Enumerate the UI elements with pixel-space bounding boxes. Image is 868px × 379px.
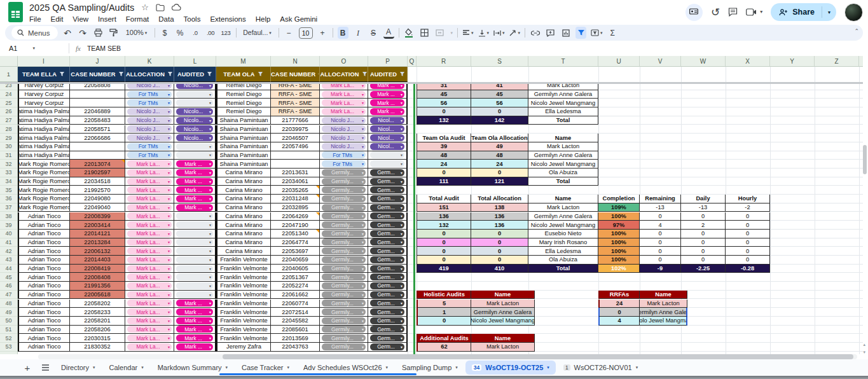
cell-allocation[interactable]: Mark La...▾	[125, 212, 174, 221]
column-header-I[interactable]: I	[18, 56, 70, 66]
functions-button[interactable]: Σ	[607, 27, 618, 39]
cell-audited[interactable]: Germ...▾	[368, 221, 408, 230]
audited-dropdown[interactable]: ▾	[176, 238, 213, 245]
allocation-dropdown[interactable]: For TMs▾	[127, 151, 172, 158]
zoom-select[interactable]: 100% ▾	[123, 27, 150, 39]
cell-case-number[interactable]: 22030315	[70, 334, 125, 343]
menu-data[interactable]: Data	[154, 14, 178, 24]
video-call-icon[interactable]: ▾	[746, 8, 762, 16]
cell-allocation[interactable]: Germily...▾	[320, 308, 368, 317]
column-header-L[interactable]: L	[174, 56, 216, 66]
allocation-dropdown[interactable]: Germily...▾	[322, 282, 366, 289]
cell-audited[interactable]: Germ...▾	[368, 203, 408, 212]
menu-extensions[interactable]: Extensions	[205, 14, 250, 24]
cell-team-ola-name[interactable]: Jeremy Zafra	[216, 343, 271, 352]
cell-allocation[interactable]: Germily...▾	[320, 238, 368, 247]
cell-team-ella-name[interactable]: Adrian Tioco	[18, 256, 70, 265]
cell-team-ella-name[interactable]: Adrian Tioco	[18, 230, 70, 238]
allocation-dropdown[interactable]: Mark La...▾	[127, 256, 172, 263]
cell-audited[interactable]: ▾	[368, 160, 408, 169]
filter-icon[interactable]	[399, 71, 405, 77]
cell-audited[interactable]: Germ...▾	[368, 300, 408, 308]
format-percent-button[interactable]: %	[175, 27, 186, 39]
row-header-44[interactable]: 44	[0, 265, 17, 273]
row-header-46[interactable]: 46	[0, 282, 17, 291]
cell-team-ella-name[interactable]: Harvey Corpuz	[18, 84, 70, 90]
audited-dropdown[interactable]: Germ...▾	[370, 326, 404, 333]
cell-audited[interactable]: Nicol...▾	[368, 116, 408, 125]
cell-allocation[interactable]: Nicolo J...▾	[320, 116, 368, 125]
cell-allocation[interactable]: Germily...▾	[320, 247, 368, 256]
cell-case-number[interactable]: RRFA - SME	[271, 90, 320, 99]
audited-dropdown[interactable]: Germ...▾	[370, 247, 404, 254]
column-header-T[interactable]: T	[528, 56, 598, 66]
cell-allocation[interactable]: Nicolo J...▾	[125, 125, 174, 134]
allocation-dropdown[interactable]: Germily...▾	[322, 256, 366, 263]
tab-caret-icon[interactable]: ▾	[386, 365, 389, 370]
cell-case-number[interactable]: 21830352	[70, 343, 125, 352]
sheet-tab-wsoct19-oct25[interactable]: 34WsOCT19-OCT25▾	[465, 361, 556, 375]
allocation-dropdown[interactable]: Mark La...▾	[127, 195, 172, 202]
filter-icon[interactable]	[167, 71, 173, 77]
cell-allocation[interactable]: Germily...▾	[320, 265, 368, 273]
allocation-dropdown[interactable]: Germily...▾	[322, 186, 366, 193]
cell-team-ella-name[interactable]: Adrian Tioco	[18, 343, 70, 352]
cell-audited[interactable]: Mark ...▾	[368, 99, 408, 107]
cell-allocation[interactable]: Mark La...▾	[125, 282, 174, 291]
audited-dropdown[interactable]: Germ...▾	[370, 221, 404, 228]
cell-case-number[interactable]: 22064774	[271, 238, 320, 247]
menu-format[interactable]: Format	[121, 14, 153, 24]
increase-font-size-button[interactable]: +	[317, 27, 328, 39]
row-header-50[interactable]: 50	[0, 317, 17, 326]
column-header-N[interactable]: N	[271, 56, 320, 66]
cell-audited[interactable]: Germ...▾	[368, 169, 408, 177]
allocation-dropdown[interactable]: Germily...▾	[322, 343, 366, 350]
audited-dropdown[interactable]: Germ...▾	[370, 195, 404, 202]
borders-button[interactable]	[419, 27, 430, 39]
cell-team-ella-name[interactable]: Mark Rogie Romero	[18, 195, 70, 203]
menu-edit[interactable]: Edit	[46, 14, 68, 24]
tab-caret-icon[interactable]: ▾	[547, 365, 549, 370]
cell-case-number[interactable]: 22040605	[271, 265, 320, 273]
cell-team-ella-name[interactable]: Fatima Hadiya Palman	[18, 134, 70, 142]
cell-team-ola-name[interactable]: Franklin Velmonte	[216, 326, 271, 334]
allocation-dropdown[interactable]: Mark La...▾	[322, 84, 366, 89]
cell-team-ella-name[interactable]: Mark Rogie Romero	[18, 203, 70, 212]
cell-audited[interactable]: Mark ...▾	[174, 169, 216, 177]
cell-audited[interactable]: Mark ...▾	[174, 317, 216, 326]
cell-allocation[interactable]: Mark La...▾	[125, 265, 174, 273]
cell-case-number[interactable]: 22014403	[70, 256, 125, 265]
audited-dropdown[interactable]: ▾	[176, 273, 213, 280]
allocation-dropdown[interactable]: For TMs▾	[127, 143, 172, 150]
cell-case-number[interactable]: 22051367	[271, 273, 320, 282]
cell-allocation[interactable]: Nicolo J...▾	[125, 134, 174, 142]
audited-dropdown[interactable]: Mark ...▾	[176, 334, 213, 341]
strikethrough-button[interactable]: S	[368, 27, 379, 39]
column-header-R[interactable]: R	[417, 56, 471, 66]
column-header-K[interactable]: K	[125, 56, 174, 66]
row-header-29[interactable]: 29	[0, 134, 17, 142]
allocation-dropdown[interactable]: Nicolo J...▾	[322, 117, 366, 124]
cell-audited[interactable]: Germ...▾	[368, 230, 408, 238]
cell-allocation[interactable]: Nicolo J...▾	[320, 125, 368, 134]
allocation-dropdown[interactable]: Nicolo J...▾	[322, 134, 366, 141]
allocation-dropdown[interactable]: Germily...▾	[322, 308, 366, 315]
cell-audited[interactable]: Mark ...▾	[174, 326, 216, 334]
cell-audited[interactable]: ▾	[174, 273, 216, 282]
allocation-dropdown[interactable]: Mark La...▾	[127, 308, 172, 315]
cell-audited[interactable]: ▾	[174, 265, 216, 273]
audited-dropdown[interactable]: Germ...▾	[370, 186, 404, 193]
cell-audited[interactable]: Nicol...▾	[368, 142, 408, 151]
cell-case-number[interactable]: 22031248	[271, 195, 320, 203]
insert-comment-button[interactable]	[545, 27, 556, 39]
cell-audited[interactable]: Germ...▾	[368, 317, 408, 326]
audited-dropdown[interactable]: Germ...▾	[370, 238, 404, 245]
cell-audited[interactable]: ▾	[174, 151, 216, 160]
cell-team-ella-name[interactable]: Adrian Tioco	[18, 317, 70, 326]
column-header-X[interactable]: X	[726, 56, 770, 66]
row-header-48[interactable]: 48	[0, 300, 17, 308]
cell-allocation[interactable]: Germily...▾	[320, 273, 368, 282]
scroll-up-icon[interactable]: ▴	[863, 342, 865, 347]
audited-dropdown[interactable]: ▾	[176, 212, 213, 219]
row-header-43[interactable]: 43	[0, 256, 17, 265]
